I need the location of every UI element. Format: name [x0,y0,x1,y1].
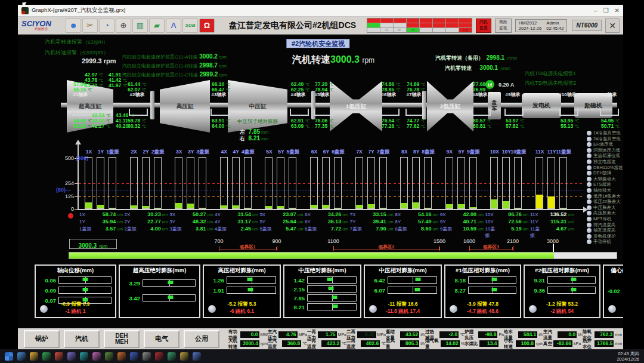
vibration-bar-10X [490,157,498,209]
alarm-matrix-cell[interactable] [433,23,445,27]
taskbar-app-icon[interactable] [92,352,101,361]
bearing-temp: 66.47 ℃ [212,87,231,93]
gauge-row: 9.36 [525,287,599,294]
gauge-marker [415,288,420,291]
taskbar-app-icon[interactable] [105,352,113,361]
gauge-row: 0.09 [36,287,115,294]
vibration-value-column: 7X33.15um7Y39.41um7盖振7.90um [350,211,394,233]
alarm-matrix-cell[interactable] [433,28,445,32]
vibration-value-row: 9Y40.71um [440,219,484,226]
gauge-row: 0.06 [36,276,115,284]
alarm-matrix-cell[interactable] [367,28,380,32]
scale-note-80: (80)— [56,187,71,193]
alarm-matrix-cell[interactable] [407,23,419,27]
alarm-matrix-cell[interactable] [420,28,432,32]
critical-zone-label: 临界区1 [233,244,263,250]
alarm-lamp-item: 2#冷凝真空低 [587,136,621,142]
alarm-matrix-cell[interactable] [407,19,419,23]
alarm-matrix-cell[interactable]: 电源 [459,28,472,32]
vibration-value-row: 10Y72.56um [485,219,528,226]
alarm-lamp-dot [587,137,592,141]
vibration-value-row: 1盖振3.57um [79,226,123,233]
taskbar-app-icon[interactable] [30,352,38,361]
alarm-matrix-cell[interactable] [446,19,459,23]
alarm-matrix-cell[interactable] [459,19,472,23]
taskbar-app-icon[interactable] [67,352,76,361]
alarm-matrix-cell[interactable] [394,19,406,23]
taskbar-app-icon[interactable] [17,352,26,361]
alarm-matrix-cell[interactable] [433,19,445,23]
taskbar-app-icon[interactable] [155,352,163,361]
network-icon[interactable]: ◔ [99,19,114,33]
nav-button-公用[interactable]: 公用 [184,330,219,348]
gauge-stack: 0.060.090.07 [36,276,115,304]
gauge-row: 3.29 [120,279,199,287]
vibration-bar-2X [130,157,138,209]
bar-fill [413,202,419,208]
start-button[interactable] [5,352,13,361]
nav-button-DEHMEH[interactable]: DEH MEH [104,330,140,348]
nav-button-电气[interactable]: 电气 [144,330,179,348]
users-icon[interactable]: ☻ [66,19,81,33]
alarm-matrix-cell[interactable] [380,19,393,23]
alarm-matrix-cell[interactable]: 41 [380,28,393,32]
taskbar-app-icon[interactable] [130,352,138,361]
sdb-icon[interactable]: SDB [182,19,198,33]
turbine-reset-button[interactable]: 汽机 复置 [476,19,491,33]
alarm-matrix-cell[interactable] [420,19,432,23]
alarm-matrix-cell[interactable] [380,23,393,27]
font-icon[interactable]: A [166,19,181,33]
critical-zone-label: 临界区3 [476,244,506,250]
close-button[interactable]: ✕ [615,7,620,14]
alarm-matrix-cell[interactable] [446,23,459,27]
alarm-matrix-cell[interactable]: 13 [407,28,419,32]
bar-fill [97,205,104,208]
speed-tick-label-1100: 1100 [324,238,343,244]
alarm-matrix-cell[interactable] [394,23,406,27]
bar-fill [335,208,341,208]
vibration-value-row: 2Y22.77um [125,219,168,226]
taskbar-clock[interactable]: 02:45 周四 2024/12/26 [617,351,639,362]
alarm-matrix-cell[interactable] [367,23,380,27]
taskbar-app-icon[interactable] [193,352,201,361]
docs-icon[interactable]: ▰ [149,19,165,33]
taskbar-app-icon[interactable] [143,352,151,361]
gauge-bar [307,303,357,310]
alarm-matrix-cell[interactable] [420,23,432,27]
alarm-matrix-cell[interactable] [446,28,459,32]
vibration-value-row: 7X33.15um [350,211,394,219]
bearing-label-#11轴承: #11轴承 [595,91,621,98]
gauge-marker [571,288,577,291]
bar-label-9盖振: 9盖振 [464,149,483,156]
vibration-value-row: 6X34.26um [305,211,348,219]
alarm-matrix-cell[interactable]: 87 [394,28,406,32]
taskbar-app-icon[interactable] [55,352,63,361]
critical-zone-label: 临界区2 [371,244,401,250]
taskbar-app-icon[interactable] [168,352,176,361]
alarm-matrix-cell[interactable] [459,23,472,27]
alarm-matrix-cell[interactable] [367,19,380,23]
alarm-lamp-item: 独立电超速 [587,159,616,165]
maximize-button[interactable]: ❐ [603,7,609,14]
nav-button-锅炉[interactable]: 锅炉 [24,330,60,348]
vibration-value-column: 9X42.00um9Y40.71um9盖振10.59um [440,211,484,233]
alarm-lamp-dot [587,142,592,147]
minimize-button[interactable]: – [594,7,597,14]
view-mode-box[interactable]: 画面 监视 [495,19,512,33]
bar-fill [560,208,566,208]
y-tick-label: 0 [52,206,74,212]
footer-stat-热井水位: 热井水位1766.5mm [583,338,622,350]
gauge-value: 7.85 [288,295,305,302]
taskbar-app-icon[interactable] [42,352,51,361]
taskbar-app-icon[interactable] [80,352,88,361]
engineering-icon[interactable]: ⊕ [116,19,131,33]
tools-icon[interactable]: ✂ [82,19,98,33]
nav-button-汽机[interactable]: 汽机 [64,330,100,348]
display-icon[interactable]: ▥ [132,19,148,33]
alarm-bell-icon[interactable]: Ω [199,19,215,33]
exit-button[interactable]: ✕ [605,19,620,33]
taskbar-app-icon[interactable] [117,352,126,361]
taskbar-app-icon[interactable] [180,352,188,361]
bearing-temp: 55.13 ℃ [561,123,580,129]
gauge-row: 6.07 [365,287,441,294]
